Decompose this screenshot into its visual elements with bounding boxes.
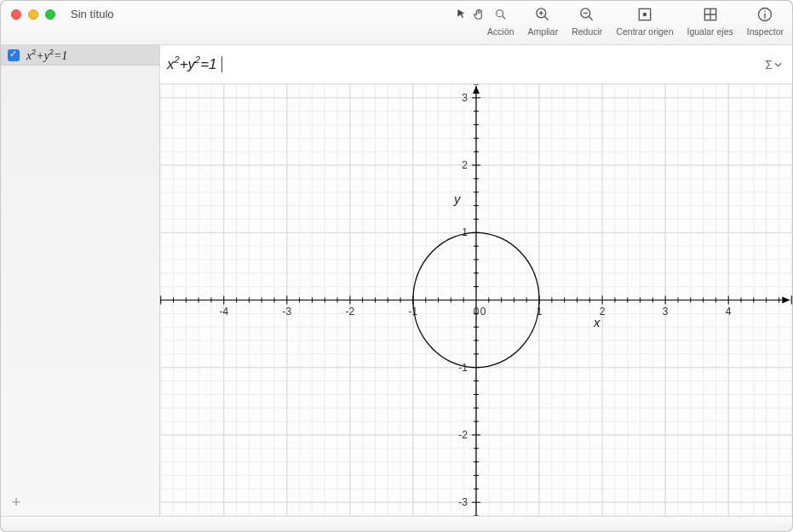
- info-icon: [755, 4, 775, 25]
- svg-text:3: 3: [663, 306, 669, 317]
- close-icon[interactable]: [11, 9, 21, 20]
- zoom-in-button[interactable]: Ampliar: [528, 4, 559, 37]
- equalize-axes-icon: [700, 4, 721, 25]
- titlebar: Sin título Acción: [1, 1, 792, 45]
- zoom-out-label: Reducir: [572, 26, 602, 37]
- equation-label: x2+y2=1: [26, 48, 67, 63]
- app-window: Sin título Acción: [0, 0, 793, 532]
- tool-select[interactable]: [453, 4, 470, 37]
- svg-text:2: 2: [462, 159, 468, 171]
- toolbar-action-group: Acción: [453, 4, 514, 37]
- inspector-label: Inspector: [747, 26, 784, 37]
- svg-text:1: 1: [462, 226, 468, 238]
- window-controls: [1, 1, 66, 28]
- equalize-axes-label: Igualar ejes: [687, 26, 733, 37]
- symbols-menu-button[interactable]: Σ: [765, 58, 782, 72]
- svg-text:x: x: [593, 315, 600, 329]
- window-title: Sin título: [66, 1, 114, 20]
- magnifier-icon: [492, 4, 509, 25]
- equation-editor-text: x2+y2=1: [167, 56, 217, 72]
- tool-pan[interactable]: [470, 4, 487, 37]
- svg-text:-3: -3: [283, 306, 292, 317]
- content: x2+y2=1 + x2+y2=1 Σ -4-3-2-101234-3-2-11…: [1, 45, 792, 516]
- pointer-icon: [453, 4, 470, 25]
- equation-editor-bar: x2+y2=1 Σ: [160, 45, 792, 84]
- svg-text:4: 4: [726, 306, 732, 317]
- zoom-icon[interactable]: [45, 9, 55, 20]
- svg-text:2: 2: [600, 306, 606, 317]
- zoom-in-icon: [532, 4, 553, 25]
- zoom-out-button[interactable]: Reducir: [572, 4, 602, 37]
- toolbar: Acción Ampliar Reducir Centrar origen: [453, 4, 784, 37]
- footer-bar: [1, 516, 792, 531]
- text-cursor: [218, 56, 223, 72]
- equation-editor[interactable]: x2+y2=1: [167, 55, 222, 74]
- svg-text:-4: -4: [219, 306, 228, 317]
- svg-text:y: y: [453, 192, 462, 206]
- inspector-button[interactable]: Inspector: [747, 4, 784, 37]
- svg-point-7: [765, 10, 767, 12]
- svg-text:0: 0: [480, 306, 486, 317]
- sidebar: x2+y2=1 +: [1, 45, 160, 516]
- tool-zoom-area[interactable]: Acción: [487, 4, 514, 37]
- add-equation-button[interactable]: +: [8, 494, 25, 511]
- minimize-icon[interactable]: [28, 9, 38, 20]
- hand-icon: [470, 4, 487, 25]
- svg-text:-2: -2: [458, 429, 468, 441]
- svg-text:-1: -1: [458, 362, 468, 374]
- svg-text:0: 0: [474, 306, 480, 317]
- graph-canvas[interactable]: -4-3-2-101234-3-2-11230xy: [160, 84, 792, 516]
- center-origin-icon: [635, 4, 655, 25]
- svg-point-0: [496, 10, 503, 17]
- plot-svg: -4-3-2-101234-3-2-11230xy: [160, 84, 792, 516]
- center-origin-label: Centrar origen: [616, 26, 673, 37]
- equalize-axes-button[interactable]: Igualar ejes: [687, 4, 733, 37]
- chevron-down-icon: [774, 62, 782, 67]
- main-area: x2+y2=1 Σ -4-3-2-101234-3-2-11230xy: [160, 45, 792, 516]
- zoom-in-label: Ampliar: [528, 26, 559, 37]
- svg-text:-2: -2: [346, 306, 355, 317]
- center-origin-button[interactable]: Centrar origen: [616, 4, 673, 37]
- equation-visibility-checkbox[interactable]: [8, 49, 20, 61]
- svg-text:-3: -3: [458, 496, 468, 508]
- sigma-icon: Σ: [765, 58, 773, 72]
- svg-point-4: [643, 13, 646, 15]
- equation-list-item[interactable]: x2+y2=1: [1, 45, 159, 66]
- toolbar-action-label: Acción: [487, 26, 514, 37]
- zoom-out-icon: [577, 4, 597, 25]
- svg-text:3: 3: [462, 92, 468, 104]
